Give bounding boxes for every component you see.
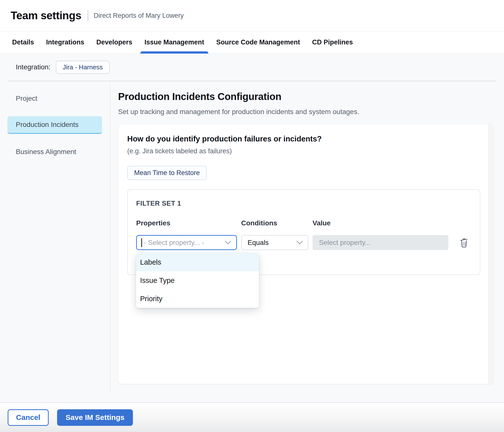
tab-details[interactable]: Details <box>8 31 38 53</box>
page-subtitle: Direct Reports of Mary Lowery <box>94 12 184 20</box>
incidents-config-card: How do you identify production failures … <box>118 124 494 384</box>
main-panel: Production Incidents Configuration Set u… <box>110 81 504 402</box>
dropdown-option-issue-type[interactable]: Issue Type <box>136 271 259 290</box>
value-column-header: Value <box>313 219 448 227</box>
content-area: Project Production Incidents Business Al… <box>0 81 504 402</box>
integration-row: Integration: Jira - Harness <box>0 54 504 81</box>
trash-icon <box>460 237 469 248</box>
page-header: Team settings Direct Reports of Mary Low… <box>0 0 504 31</box>
sidebar-item-project[interactable]: Project <box>7 90 102 107</box>
active-tab-underline <box>140 51 209 54</box>
property-select-placeholder: - Select property... - <box>144 239 225 247</box>
card-scrollbar[interactable] <box>488 124 493 384</box>
chevron-down-icon <box>225 241 231 245</box>
filter-column-headers: Properties Conditions Value <box>136 219 480 227</box>
value-input[interactable]: Select property... <box>313 235 448 250</box>
tab-source-code-management[interactable]: Source Code Management <box>212 31 304 53</box>
save-im-settings-button[interactable]: Save IM Settings <box>57 409 133 426</box>
filter-row: - Select property... - Labels Issue Type… <box>136 235 480 250</box>
filter-set-panel: FILTER SET 1 Properties Conditions Value… <box>127 189 480 275</box>
properties-column-header: Properties <box>136 219 237 227</box>
sidebar-divider <box>110 81 110 393</box>
conditions-column-header: Conditions <box>241 219 308 227</box>
integration-label: Integration: <box>16 63 50 71</box>
tab-developers[interactable]: Developers <box>92 31 137 53</box>
property-dropdown: Labels Issue Type Priority <box>136 253 259 308</box>
chevron-down-icon <box>296 241 303 245</box>
condition-select[interactable]: Equals <box>241 235 308 250</box>
condition-select-value: Equals <box>248 239 296 247</box>
tab-bar: Details Integrations Developers Issue Ma… <box>0 31 504 54</box>
title-separator <box>88 10 88 21</box>
sidebar-item-production-incidents[interactable]: Production Incidents <box>7 116 102 134</box>
property-select[interactable]: - Select property... - Labels Issue Type… <box>136 235 237 250</box>
card-question: How do you identify production failures … <box>127 135 494 143</box>
filter-set-title: FILTER SET 1 <box>136 200 480 207</box>
section-subtitle: Set up tracking and management for produ… <box>118 108 504 116</box>
footer-actions: Cancel Save IM Settings <box>0 402 504 432</box>
mean-time-to-restore-chip[interactable]: Mean Time to Restore <box>127 166 207 180</box>
section-title: Production Incidents Configuration <box>118 91 504 102</box>
dropdown-option-priority[interactable]: Priority <box>136 290 259 308</box>
delete-filter-button[interactable] <box>460 237 469 248</box>
value-input-placeholder: Select property... <box>319 239 371 247</box>
page-title: Team settings <box>11 9 81 22</box>
text-cursor <box>141 238 142 247</box>
settings-sidebar: Project Production Incidents Business Al… <box>0 81 110 402</box>
card-hint: (e.g. Jira tickets labeled as failures) <box>127 147 494 155</box>
tab-integrations[interactable]: Integrations <box>42 31 89 53</box>
integration-badge[interactable]: Jira - Harness <box>56 61 110 74</box>
tab-issue-management[interactable]: Issue Management <box>140 31 209 53</box>
dropdown-option-labels[interactable]: Labels <box>136 253 259 271</box>
sidebar-item-business-alignment[interactable]: Business Alignment <box>7 143 102 160</box>
tab-cd-pipelines[interactable]: CD Pipelines <box>308 31 357 53</box>
cancel-button[interactable]: Cancel <box>8 409 49 426</box>
